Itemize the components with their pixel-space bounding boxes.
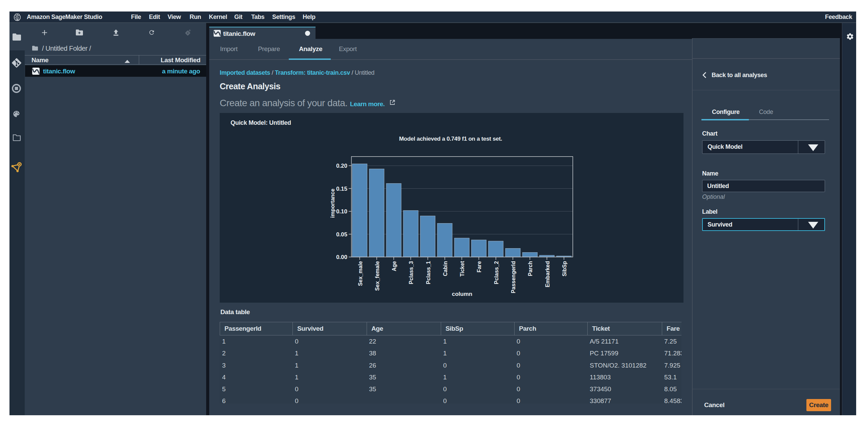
svg-text:Fare: Fare [476,261,482,273]
svg-text:SibSp: SibSp [562,261,567,277]
svg-text:0.20: 0.20 [336,163,347,169]
svg-text:0.05: 0.05 [336,231,347,238]
svg-text:Sex_male: Sex_male [357,261,363,286]
svg-text:Cabin: Cabin [442,261,448,276]
svg-text:PassengerId: PassengerId [511,261,516,293]
svg-text:Pclass_2: Pclass_2 [494,261,499,284]
svg-text:0.10: 0.10 [336,208,347,215]
svg-text:importance: importance [330,189,335,218]
svg-text:Pclass_1: Pclass_1 [426,261,431,284]
svg-text:Quick Model: Untitled: Quick Model: Untitled [231,119,291,126]
svg-text:column: column [452,291,472,297]
svg-text:Model achieved a 0.749 f1 on a: Model achieved a 0.749 f1 on a test set. [399,136,502,142]
svg-text:Ticket: Ticket [459,261,465,277]
svg-text:Parch: Parch [527,261,533,276]
svg-text:0.00: 0.00 [336,254,347,260]
svg-text:Embarked: Embarked [545,261,550,287]
svg-text:Age: Age [391,261,397,271]
svg-text:Sex_female: Sex_female [374,261,380,291]
svg-text:Pclass_3: Pclass_3 [408,261,414,284]
svg-text:0.15: 0.15 [336,186,347,192]
